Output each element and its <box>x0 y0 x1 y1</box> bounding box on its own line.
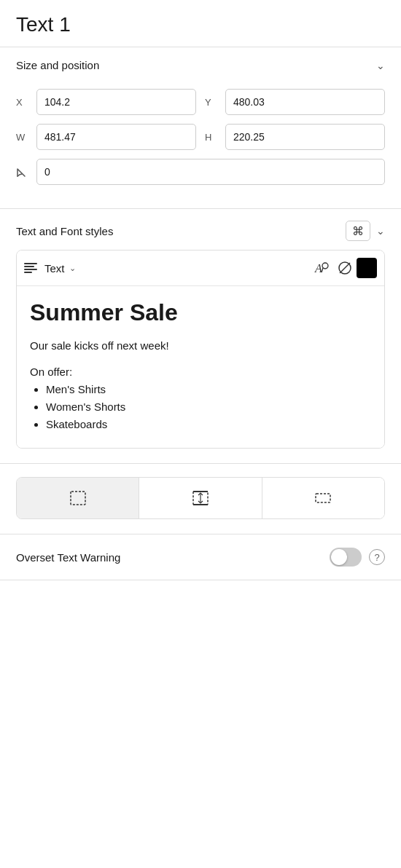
font-style-button[interactable]: A <box>310 256 333 280</box>
w-label: W <box>16 132 28 143</box>
font-styles-chevron-icon: ⌄ <box>376 225 385 237</box>
angle-row <box>16 159 385 185</box>
auto-size-icon <box>313 488 333 508</box>
overset-toggle[interactable] <box>330 548 362 567</box>
size-and-position-chevron-icon: ⌄ <box>376 60 385 71</box>
fixed-frame-icon <box>68 488 88 508</box>
resize-mode-fixed-button[interactable] <box>17 478 139 518</box>
y-label: Y <box>205 97 217 108</box>
preview-paragraph: Our sale kicks off next week! <box>30 338 371 355</box>
cmd-symbol: ⌘ <box>352 224 364 238</box>
resize-mode-auto-size-button[interactable] <box>262 478 384 518</box>
svg-rect-3 <box>24 272 32 273</box>
align-icon <box>24 263 37 273</box>
help-icon[interactable]: ? <box>369 549 385 565</box>
svg-line-8 <box>340 263 350 273</box>
text-preview-toolbar: Text ⌄ A <box>17 250 384 286</box>
wh-row: W H <box>16 124 385 150</box>
color-swatch[interactable] <box>357 258 377 278</box>
list-item: Women's Shorts <box>46 398 371 416</box>
angle-icon <box>16 166 28 178</box>
svg-rect-2 <box>24 269 37 270</box>
preview-list: Men's Shirts Women's Shorts Skateboards <box>30 381 371 433</box>
h-input[interactable] <box>225 124 385 150</box>
x-input[interactable] <box>36 89 196 115</box>
x-label: X <box>16 97 28 108</box>
page-title: Text 1 <box>16 13 385 36</box>
font-styles-controls: ⌘ ⌄ <box>346 221 385 241</box>
font-styles-header[interactable]: Text and Font styles ⌘ ⌄ <box>0 209 401 250</box>
auto-height-icon <box>190 488 211 508</box>
overset-controls: ? <box>330 548 385 567</box>
no-style-button[interactable] <box>333 256 357 280</box>
font-styles-section: Text and Font styles ⌘ ⌄ Text ⌄ <box>0 209 401 464</box>
size-and-position-content: X Y W H <box>0 83 401 208</box>
w-input[interactable] <box>36 124 196 150</box>
cmd-badge[interactable]: ⌘ <box>346 221 370 241</box>
h-label: H <box>205 132 217 143</box>
page-title-section: Text 1 <box>0 0 401 47</box>
svg-rect-0 <box>24 263 37 264</box>
text-style-chevron-icon: ⌄ <box>69 264 76 273</box>
text-preview-card: Text ⌄ A Summer Sale Our <box>16 250 385 449</box>
toggle-knob <box>331 549 347 565</box>
svg-rect-9 <box>71 492 85 505</box>
resize-modes-section <box>0 464 401 534</box>
svg-text:A: A <box>314 262 322 275</box>
list-item: Men's Shirts <box>46 381 371 398</box>
svg-rect-1 <box>24 266 34 267</box>
resize-mode-auto-height-button[interactable] <box>139 478 262 518</box>
svg-point-5 <box>322 263 328 269</box>
overset-text-warning-label: Overset Text Warning <box>16 551 120 564</box>
svg-rect-14 <box>316 494 330 502</box>
overset-text-warning-section: Overset Text Warning ? <box>0 534 401 580</box>
text-style-label: Text <box>44 262 65 275</box>
text-style-dropdown[interactable]: Text ⌄ <box>42 261 79 276</box>
xy-row: X Y <box>16 89 385 115</box>
y-input[interactable] <box>225 89 385 115</box>
size-and-position-label: Size and position <box>16 59 99 71</box>
resize-modes-container <box>16 477 385 519</box>
angle-input[interactable] <box>36 159 385 185</box>
size-and-position-header[interactable]: Size and position ⌄ <box>0 47 401 83</box>
preview-heading: Summer Sale <box>30 299 371 326</box>
help-symbol: ? <box>374 552 379 563</box>
text-preview-body: Summer Sale Our sale kicks off next week… <box>17 286 384 448</box>
size-and-position-section: Size and position ⌄ X Y W H <box>0 47 401 209</box>
font-styles-label: Text and Font styles <box>16 225 113 237</box>
list-item: Skateboards <box>46 416 371 433</box>
preview-list-label: On offer: <box>30 366 371 378</box>
